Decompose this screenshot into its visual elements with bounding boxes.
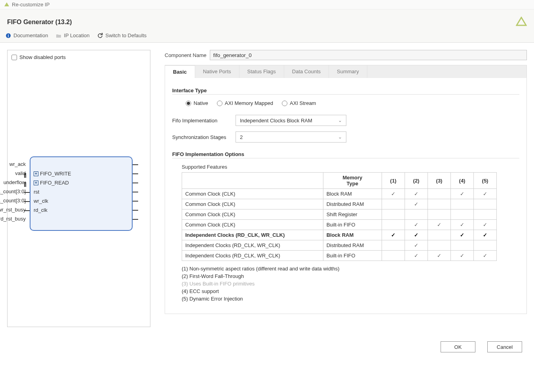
col-3: (3) bbox=[428, 173, 451, 189]
show-disabled-ports-checkbox[interactable]: Show disabled ports bbox=[11, 54, 146, 60]
documentation-label: Documentation bbox=[13, 32, 48, 38]
port-rd-clk: rd_clk bbox=[34, 207, 48, 213]
tab-data-counts[interactable]: Data Counts bbox=[284, 65, 329, 78]
vendor-logo-icon bbox=[516, 17, 527, 28]
radio-native[interactable]: Native bbox=[186, 100, 208, 106]
ip-location-label: IP Location bbox=[64, 32, 89, 38]
port-wr-data-count: wr_data_count[3:0] bbox=[0, 198, 26, 204]
svg-marker-1 bbox=[517, 17, 526, 25]
legend-3: (3) Uses Built-in FIFO primitives bbox=[182, 281, 519, 287]
fifo-impl-value: Independent Clocks Block RAM bbox=[240, 118, 312, 124]
info-icon: i bbox=[6, 33, 11, 38]
table-row[interactable]: Independent Clocks (RD_CLK, WR_CLK)Built… bbox=[182, 251, 497, 261]
page-title: FIFO Generator (13.2) bbox=[7, 19, 72, 26]
legend-5: (5) Dynamic Error Injection bbox=[182, 296, 519, 302]
table-row[interactable]: Common Clock (CLK)Distributed RAM✓ bbox=[182, 199, 497, 209]
titlebar: Re-customize IP bbox=[0, 0, 534, 10]
radio-icon bbox=[217, 101, 222, 106]
refresh-icon bbox=[97, 33, 103, 38]
legend-2: (2) First-Word Fall-Through bbox=[182, 273, 519, 279]
fifo-options-table: MemoryType (1) (2) (3) (4) (5) Common Cl… bbox=[182, 172, 497, 261]
port-wr-ack: wr_ack bbox=[10, 161, 26, 167]
switch-defaults-label: Switch to Defaults bbox=[105, 32, 146, 38]
expand-icon[interactable]: + bbox=[34, 171, 38, 176]
legend: (1) Non-symmetric aspect ratios (differe… bbox=[182, 266, 519, 302]
component-name-input[interactable] bbox=[210, 50, 527, 60]
ip-location-link[interactable]: IP Location bbox=[56, 32, 89, 38]
fifo-impl-label: Fifo Implementation bbox=[172, 118, 232, 124]
tab-bar: Basic Native Ports Status Flags Data Cou… bbox=[165, 65, 527, 78]
fifo-options-title: FIFO Implementation Options bbox=[172, 151, 519, 157]
config-panel: Component Name Basic Native Ports Status… bbox=[165, 50, 527, 327]
table-row[interactable]: Common Clock (CLK)Block RAM✓✓✓✓ bbox=[182, 189, 497, 199]
tab-body-basic: Interface Type Native AXI Memory Mapped … bbox=[165, 78, 527, 314]
radio-axi-stream[interactable]: AXI Stream bbox=[282, 100, 316, 106]
show-disabled-ports-label: Show disabled ports bbox=[19, 54, 66, 60]
port-rd-data-count: rd_data_count[3:0] bbox=[0, 188, 26, 194]
documentation-link[interactable]: i Documentation bbox=[6, 32, 48, 38]
interface-type-title: Interface Type bbox=[172, 88, 519, 93]
col-4: (4) bbox=[451, 173, 474, 189]
col-memory-type: MemoryType bbox=[323, 173, 382, 189]
symbol-panel: Show disabled ports +FIFO_WRITE +FIFO_RE… bbox=[7, 50, 150, 327]
expand-icon[interactable]: + bbox=[34, 181, 38, 185]
table-row[interactable]: Independent Clocks (RD_CLK, WR_CLK)Block… bbox=[182, 230, 497, 240]
component-name-label: Component Name bbox=[165, 52, 207, 58]
legend-1: (1) Non-symmetric aspect ratios (differe… bbox=[182, 266, 519, 272]
svg-text:i: i bbox=[8, 34, 9, 38]
radio-icon bbox=[186, 101, 191, 106]
tab-status-flags[interactable]: Status Flags bbox=[239, 65, 284, 78]
port-wr-clk: wr_clk bbox=[34, 198, 48, 204]
table-row[interactable]: Independent Clocks (RD_CLK, WR_CLK)Distr… bbox=[182, 240, 497, 251]
sync-stages-select[interactable]: 2 ⌄ bbox=[236, 131, 346, 143]
tab-basic[interactable]: Basic bbox=[165, 65, 195, 78]
content: Show disabled ports +FIFO_WRITE +FIFO_RE… bbox=[0, 43, 534, 334]
port-underflow: underflow bbox=[4, 179, 26, 185]
port-fifo-read: +FIFO_READ bbox=[34, 180, 69, 186]
tab-summary[interactable]: Summary bbox=[329, 65, 367, 78]
col-5: (5) bbox=[474, 173, 497, 189]
port-rd-rst-busy: rd_rst_busy bbox=[0, 216, 26, 222]
sync-stages-value: 2 bbox=[240, 134, 243, 140]
header: FIFO Generator (13.2) i Documentation IP… bbox=[0, 10, 534, 43]
chevron-down-icon: ⌄ bbox=[338, 134, 342, 140]
dialog-footer: OK Cancel bbox=[0, 334, 534, 360]
port-rst: rst bbox=[34, 189, 39, 195]
checkbox-icon bbox=[11, 55, 17, 60]
col-1: (1) bbox=[382, 173, 405, 189]
legend-4: (4) ECC support bbox=[182, 288, 519, 294]
col-2: (2) bbox=[405, 173, 428, 189]
sync-stages-label: Synchronization Stages bbox=[172, 134, 232, 140]
ok-button[interactable]: OK bbox=[441, 341, 475, 352]
radio-axi-mm[interactable]: AXI Memory Mapped bbox=[217, 100, 273, 106]
switch-defaults-link[interactable]: Switch to Defaults bbox=[97, 32, 146, 38]
table-row[interactable]: Common Clock (CLK)Shift Register bbox=[182, 209, 497, 220]
port-wr-rst-busy: wr_rst_busy bbox=[0, 207, 26, 213]
table-row[interactable]: Common Clock (CLK)Built-in FIFO✓✓✓✓ bbox=[182, 220, 497, 230]
cancel-button[interactable]: Cancel bbox=[487, 341, 522, 352]
supported-features-label: Supported Features bbox=[182, 164, 519, 170]
folder-icon bbox=[56, 33, 61, 38]
port-valid: valid bbox=[15, 170, 26, 176]
chevron-down-icon: ⌄ bbox=[338, 118, 342, 123]
interface-type-radio-group: Native AXI Memory Mapped AXI Stream bbox=[186, 100, 519, 106]
radio-icon bbox=[282, 101, 287, 106]
port-fifo-write: +FIFO_WRITE bbox=[34, 171, 71, 177]
logo-icon bbox=[4, 2, 10, 8]
fifo-impl-select[interactable]: Independent Clocks Block RAM ⌄ bbox=[236, 115, 346, 126]
window-title: Re-customize IP bbox=[12, 2, 49, 8]
svg-marker-0 bbox=[4, 2, 9, 6]
tab-native-ports[interactable]: Native Ports bbox=[195, 65, 239, 78]
